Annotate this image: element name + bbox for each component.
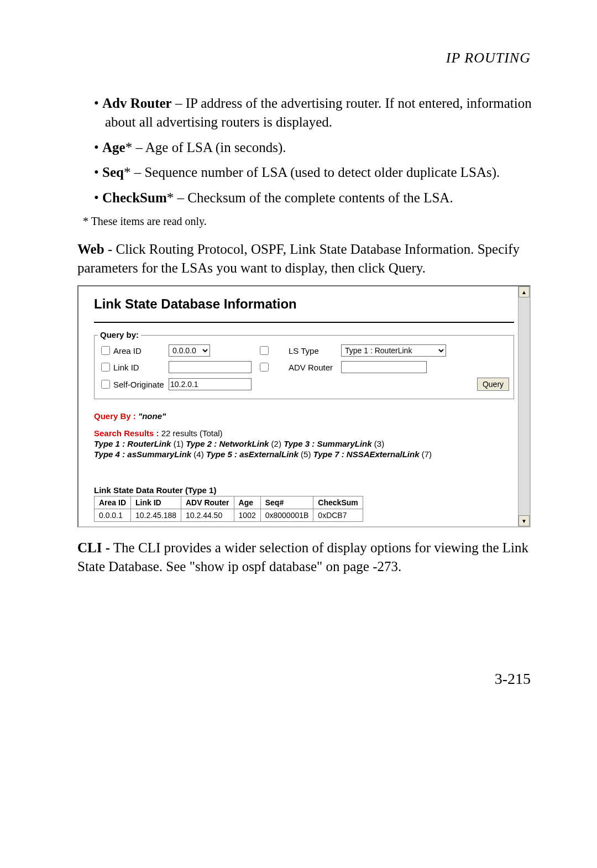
adv-router-label: ADV Router — [289, 363, 341, 372]
area-id-label: Area ID — [113, 346, 169, 355]
self-originate-checkbox[interactable] — [101, 380, 110, 389]
link-id-label: Link ID — [113, 363, 169, 372]
section-header: IP ROUTING — [55, 50, 542, 66]
parameter-list: Adv Router – IP address of the advertisi… — [77, 94, 542, 207]
panel-title: Link State Database Information — [94, 296, 514, 323]
scroll-up-icon[interactable]: ▲ — [519, 286, 530, 297]
ls-type-checkbox[interactable] — [260, 346, 269, 355]
col-header: Area ID — [95, 496, 131, 509]
table-row: 0.0.0.1 10.2.45.188 10.2.44.50 1002 0x80… — [95, 509, 363, 522]
list-item: Age* – Age of LSA (in seconds). — [94, 138, 542, 157]
footnote: * These items are read only. — [83, 214, 542, 229]
scrollbar[interactable]: ▲ ▼ — [518, 286, 530, 526]
query-by-result: Query By : "none" — [94, 411, 514, 421]
results-table: Area ID Link ID ADV Router Age Seq# Chec… — [94, 496, 363, 522]
query-fieldset: Query by: Area ID 0.0.0.0 LS Type Type 1… — [94, 335, 514, 399]
ls-type-label: LS Type — [289, 346, 341, 355]
col-header: Link ID — [131, 496, 181, 509]
link-id-input[interactable] — [169, 361, 252, 373]
list-item: Adv Router – IP address of the advertisi… — [94, 94, 542, 132]
area-id-select[interactable]: 0.0.0.0 — [169, 344, 210, 357]
query-button[interactable]: Query — [477, 378, 509, 391]
col-header: ADV Router — [181, 496, 234, 509]
col-header: CheckSum — [313, 496, 363, 509]
cli-paragraph: CLI - The CLI provides a wider selection… — [77, 538, 542, 576]
page-number: 3-215 — [55, 670, 542, 688]
list-item: CheckSum* – Checksum of the complete con… — [94, 189, 542, 207]
adv-router-input[interactable] — [341, 361, 427, 373]
results-table-title: Link State Data Router (Type 1) — [94, 485, 514, 495]
col-header: Age — [234, 496, 260, 509]
body-text: Adv Router – IP address of the advertisi… — [77, 94, 542, 277]
ls-type-select[interactable]: Type 1 : RouterLink — [341, 344, 446, 357]
scroll-down-icon[interactable]: ▼ — [519, 515, 530, 526]
area-id-checkbox[interactable] — [101, 346, 110, 355]
list-item: Seq* – Sequence number of LSA (used to d… — [94, 163, 542, 182]
query-by-legend: Query by: — [98, 330, 141, 339]
adv-router-checkbox[interactable] — [260, 363, 269, 372]
self-originate-input[interactable] — [169, 378, 252, 390]
self-originate-label: Self-Originate — [113, 380, 169, 389]
web-paragraph: Web - Click Routing Protocol, OSPF, Link… — [77, 240, 542, 278]
type-summary-line-1: Type 1 : RouterLink (1) Type 2 : Network… — [94, 439, 514, 448]
screenshot-inset: ▲ ▼ Link State Database Information Quer… — [77, 285, 531, 527]
link-id-checkbox[interactable] — [101, 363, 110, 372]
table-header-row: Area ID Link ID ADV Router Age Seq# Chec… — [95, 496, 363, 509]
type-summary-line-2: Type 4 : asSummaryLink (4) Type 5 : asEx… — [94, 449, 514, 459]
results-block: Query By : "none" Search Results : 22 re… — [94, 411, 514, 522]
search-results-count: Search Results : 22 results (Total) — [94, 428, 514, 438]
col-header: Seq# — [260, 496, 313, 509]
